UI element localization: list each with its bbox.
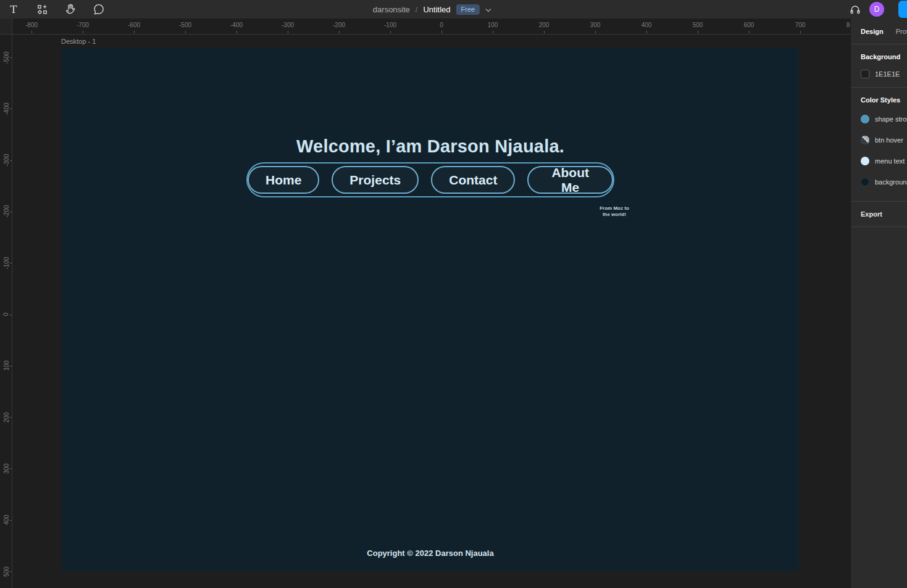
footer-text[interactable]: Copyright © 2022 Darson Njauala xyxy=(62,549,799,558)
properties-panel: Design Prototype Background 1E1E1E Color… xyxy=(850,19,907,588)
tab-prototype[interactable]: Prototype xyxy=(896,28,907,35)
design-frame[interactable]: Welcome, I’am Darson Njauala. Home Proje… xyxy=(62,48,799,571)
ruler-label: -300 xyxy=(274,19,301,34)
ruler-tick xyxy=(441,31,442,33)
ruler-tick xyxy=(83,31,83,33)
ruler-tick xyxy=(10,468,12,469)
background-color-swatch[interactable] xyxy=(861,70,869,78)
components-icon xyxy=(37,4,48,15)
color-styles-title: Color Styles xyxy=(861,96,907,104)
toolbar-right: D Share xyxy=(848,0,907,19)
components-tool-button[interactable] xyxy=(35,2,49,17)
ruler-label: 100 xyxy=(0,352,12,379)
ruler-tick xyxy=(749,31,750,33)
ruler-label: -600 xyxy=(120,19,148,34)
comment-icon xyxy=(93,3,105,15)
ruler-tick xyxy=(10,520,12,521)
ruler-tick xyxy=(31,31,32,33)
ruler-tick xyxy=(10,263,12,263)
ruler-label: -100 xyxy=(377,19,404,34)
background-section: Background 1E1E1E xyxy=(851,44,907,88)
ruler-label: 600 xyxy=(735,19,763,34)
ruler-label: -300 xyxy=(0,147,12,174)
text-tool-button[interactable]: T xyxy=(6,2,21,17)
breadcrumb-separator: / xyxy=(416,5,418,14)
color-style-row[interactable]: background xyxy=(861,172,907,193)
color-style-row[interactable]: shape stroke xyxy=(861,109,907,130)
ruler-tick xyxy=(10,57,12,58)
ruler-tick xyxy=(390,31,391,33)
ruler-corner xyxy=(0,19,12,35)
tagline[interactable]: From Moz tothe world! xyxy=(553,205,676,218)
tagline-line: the world! xyxy=(553,212,676,218)
ruler-label: 500 xyxy=(0,558,12,585)
ruler-tick xyxy=(10,315,12,315)
ruler-label: -500 xyxy=(0,44,12,71)
export-section: Export xyxy=(851,202,907,227)
style-name: shape stroke xyxy=(875,115,907,123)
ruler-label: -500 xyxy=(172,19,199,34)
background-color-value[interactable]: 1E1E1E xyxy=(875,70,900,78)
vertical-ruler[interactable]: -500 -400 -300 -200 -100 0 100 xyxy=(0,35,12,588)
hero-heading[interactable]: Welcome, I’am Darson Njauala. xyxy=(62,136,799,157)
color-style-row[interactable]: btn hover xyxy=(861,130,907,151)
tagline-line: From Moz to xyxy=(553,205,676,212)
style-name: menu text xyxy=(875,157,905,165)
ruler-label: 500 xyxy=(684,19,711,34)
ruler-tick xyxy=(493,31,493,33)
ruler-label: -800 xyxy=(18,19,45,34)
file-name[interactable]: Untitled xyxy=(423,5,450,14)
horizontal-ruler[interactable]: -800 -700 -600 -500 -400 -300 -200 xyxy=(12,19,850,35)
chevron-down-icon[interactable] xyxy=(485,4,491,15)
ruler-tick xyxy=(10,160,12,161)
ruler-tick xyxy=(698,31,698,33)
nav-bar[interactable]: Home Projects Contact About Me xyxy=(246,162,614,197)
color-style-row[interactable]: menu text xyxy=(861,151,907,172)
nav-pill[interactable]: About Me xyxy=(527,166,613,194)
tab-design[interactable]: Design xyxy=(861,28,884,35)
breadcrumb: darsonsite / Untitled Free xyxy=(373,0,491,19)
ruler-label: 300 xyxy=(0,455,12,482)
ruler-label: -200 xyxy=(0,198,12,225)
ruler-label: 300 xyxy=(582,19,609,34)
ruler-label: -100 xyxy=(0,249,12,276)
headphones-button[interactable] xyxy=(848,2,863,17)
ruler-tick xyxy=(800,31,801,33)
share-button[interactable]: Share xyxy=(898,1,907,18)
ruler-tick xyxy=(288,31,288,33)
color-styles-section: Color Styles shape stroke btn hover menu… xyxy=(851,88,907,202)
hand-tool-button[interactable] xyxy=(63,2,78,17)
ruler-tick xyxy=(10,109,12,109)
nav-pill[interactable]: Contact xyxy=(431,166,515,194)
headphones-icon xyxy=(849,3,861,15)
style-name: background xyxy=(875,178,907,186)
text-tool-icon: T xyxy=(10,4,17,15)
ruler-label: 0 xyxy=(0,301,12,328)
style-swatch xyxy=(861,178,869,186)
style-swatch xyxy=(861,115,869,123)
ruler-label: -700 xyxy=(69,19,96,34)
style-swatch xyxy=(861,136,869,144)
ruler-tick xyxy=(544,31,545,33)
frame-label[interactable]: Desktop - 1 xyxy=(61,38,96,45)
ruler-tick xyxy=(595,31,596,33)
ruler-tick xyxy=(10,212,12,212)
background-row: 1E1E1E xyxy=(861,70,907,78)
nav-pill[interactable]: Projects xyxy=(332,166,419,194)
project-name[interactable]: darsonsite xyxy=(373,5,410,14)
ruler-label: 0 xyxy=(428,19,455,34)
comment-tool-button[interactable] xyxy=(91,2,106,17)
ruler-label: 700 xyxy=(787,19,814,34)
ruler-label: -400 xyxy=(223,19,250,34)
avatar[interactable]: D xyxy=(869,2,884,17)
export-title: Export xyxy=(861,210,907,218)
canvas[interactable]: Desktop - 1 Welcome, I’am Darson Njauala… xyxy=(12,35,850,588)
ruler-label: 800 xyxy=(838,19,850,34)
ruler-tick xyxy=(646,31,647,33)
nav-pill[interactable]: Home xyxy=(248,166,319,194)
ruler-label: -200 xyxy=(325,19,353,34)
ruler-tick xyxy=(236,31,237,33)
ruler-label: -400 xyxy=(0,95,12,122)
ruler-label: 200 xyxy=(530,19,558,34)
ruler-label: 100 xyxy=(479,19,506,34)
